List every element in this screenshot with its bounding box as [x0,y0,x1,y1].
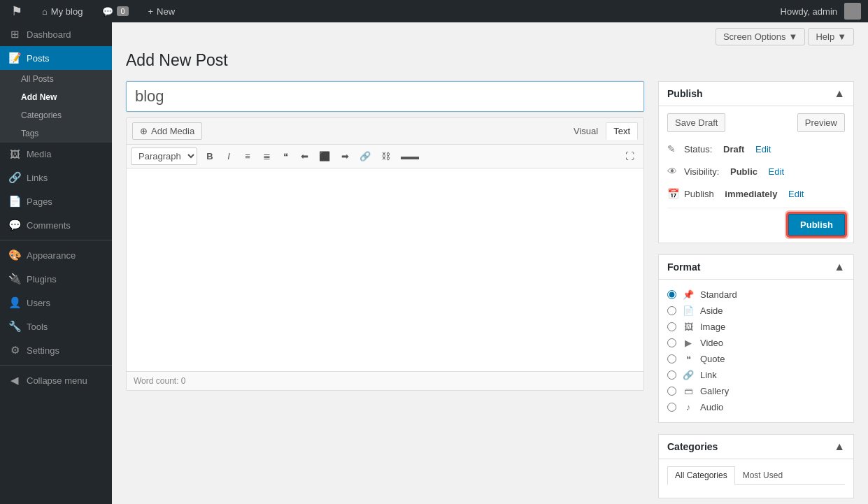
sidebar-item-label: Plugins [27,274,57,285]
unlink-button[interactable]: ⛓ [376,147,395,165]
format-audio: ♪ Audio [667,399,845,415]
tags-label: Tags [21,129,38,138]
editor-tabs-bar: ⊕ Add Media Visual Text [127,118,643,145]
bold-button[interactable]: B [201,147,219,165]
insert-link-button[interactable]: 🔗 [355,147,376,165]
format-video-label: Video [700,338,723,348]
format-link-radio[interactable] [667,370,676,380]
sidebar-item-plugins[interactable]: 🔌 Plugins [0,267,112,291]
categories-panel: Categories ▲ All Categories Most Used [658,434,854,498]
publish-time-edit-link[interactable]: Edit [788,189,804,199]
format-gallery-radio[interactable] [667,387,676,396]
submenu-tags[interactable]: Tags [0,124,112,143]
sidebar-item-links[interactable]: 🔗 Links [0,166,112,189]
tab-text[interactable]: Text [606,122,638,140]
publish-submit: Publish [667,208,845,236]
align-right-button[interactable]: ➡ [336,147,354,165]
howdy-text: Howdy, admin [781,6,837,17]
sidebar-item-comments[interactable]: 💬 Comments [0,213,112,237]
sidebar-item-pages[interactable]: 📄 Pages [0,189,112,213]
users-icon: 👤 [8,296,21,309]
sidebar-collapse-menu[interactable]: ◀ Collapse menu [0,368,112,392]
visibility-value: Public [730,166,757,177]
sidebar-item-label: Posts [27,53,50,64]
categories-tabs: All Categories Most Used [667,466,845,485]
format-standard-radio[interactable] [667,290,676,299]
sidebar-item-label: Links [27,173,48,183]
save-draft-button[interactable]: Save Draft [667,113,725,132]
format-quote-radio[interactable] [667,354,676,363]
preview-button[interactable]: Preview [797,113,845,132]
new-content-item[interactable]: + New [144,0,180,22]
blockquote-button[interactable]: ❝ [276,147,294,165]
sidebar-item-posts[interactable]: 📝 Posts [0,46,112,70]
sidebar-item-tools[interactable]: 🔧 Tools [0,315,112,338]
italic-button[interactable]: I [220,147,238,165]
help-label: Help [816,31,834,42]
plugins-icon: 🔌 [8,273,21,285]
screen-options-arrow-icon: ▼ [789,31,798,42]
page-title: Add New Post [126,51,854,70]
format-gallery-label: Gallery [700,386,729,396]
quote-icon: ❝ [682,354,695,364]
submenu-all-posts[interactable]: All Posts [0,70,112,88]
sidebar-item-media[interactable]: 🖼 Media [0,143,112,166]
add-media-button[interactable]: ⊕ Add Media [132,122,202,140]
new-label: New [157,6,175,17]
format-gallery: 🗃 Gallery [667,383,845,399]
publish-button[interactable]: Publish [788,214,845,236]
post-editor: ⊕ Add Media Visual Text [126,81,644,504]
word-count-value: 0 [181,376,186,386]
numbered-list-button[interactable]: ≣ [257,147,276,165]
submenu-categories[interactable]: Categories [0,106,112,124]
visibility-edit-link[interactable]: Edit [769,166,784,177]
format-panel-header[interactable]: Format ▲ [659,255,853,280]
site-name: My blog [51,6,83,17]
format-aside: 📄 Aside [667,303,845,319]
editor-body[interactable] [127,168,643,371]
align-center-button[interactable]: ⬛ [314,147,335,165]
format-video-radio[interactable] [667,338,676,347]
editor-toolbar: Paragraph Heading 1 Heading 2 Heading 3 … [127,145,643,168]
paragraph-select[interactable]: Paragraph Heading 1 Heading 2 Heading 3 … [131,147,197,165]
format-aside-radio[interactable] [667,306,676,315]
help-button[interactable]: Help ▼ [808,28,854,45]
bullet-list-button[interactable]: ≡ [239,147,257,165]
align-left-button[interactable]: ⬅ [295,147,313,165]
visibility-icon: 👁 [667,166,680,177]
audio-icon: ♪ [682,402,695,412]
sidebar-item-label: Tools [27,322,48,332]
submenu-add-new[interactable]: Add New [0,88,112,106]
add-new-label: Add New [21,92,57,102]
visibility-label: Visibility: [684,166,719,177]
sidebar-item-dashboard[interactable]: ⊞ Dashboard [0,22,112,46]
sidebar-item-settings[interactable]: ⚙ Settings [0,338,112,362]
categories-panel-header[interactable]: Categories ▲ [659,435,853,459]
comments-item[interactable]: 💬 0 [98,0,132,22]
comments-icon: 💬 [8,219,21,231]
status-edit-link[interactable]: Edit [755,144,771,154]
screen-options-label: Screen Options [723,31,786,42]
all-categories-tab[interactable]: All Categories [667,466,735,485]
categories-panel-toggle-icon: ▲ [834,440,845,453]
format-audio-radio[interactable] [667,403,676,412]
tab-visual[interactable]: Visual [566,122,606,140]
standard-icon: 📌 [682,289,695,300]
format-audio-label: Audio [700,402,723,412]
menu-separator-1 [0,240,112,240]
links-icon: 🔗 [8,171,21,184]
most-used-tab[interactable]: Most Used [735,466,790,484]
screen-options-button[interactable]: Screen Options ▼ [716,28,805,45]
sidebar-item-users[interactable]: 👤 Users [0,291,112,315]
fullscreen-button[interactable]: ⛶ [620,147,639,165]
publish-panel-header[interactable]: Publish ▲ [659,82,853,106]
wp-logo-item[interactable]: ⚑ [7,0,27,22]
insert-more-button[interactable]: ▬▬ [396,147,424,165]
sidebar-item-appearance[interactable]: 🎨 Appearance [0,243,112,267]
format-image-radio[interactable] [667,322,676,331]
post-title-input[interactable] [126,81,644,112]
categories-panel-title: Categories [667,441,718,452]
site-name-item[interactable]: ⌂ My blog [38,0,87,22]
post-sidebar: Publish ▲ Save Draft Preview [658,81,854,504]
categories-label: Categories [21,110,62,120]
